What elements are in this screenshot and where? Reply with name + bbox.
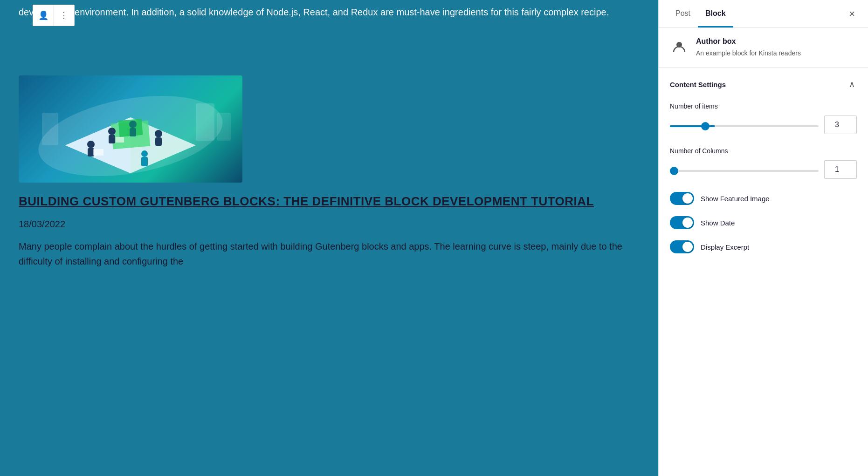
show-featured-image-toggle[interactable] <box>670 192 694 205</box>
svg-rect-10 <box>130 128 136 136</box>
section-header: Content Settings ∧ <box>670 77 857 91</box>
items-slider-container <box>670 121 819 129</box>
svg-rect-17 <box>196 103 214 141</box>
block-icon <box>670 37 689 56</box>
block-toolbar: 👤 ⋮ <box>33 5 75 26</box>
section-title: Content Settings <box>670 81 726 88</box>
columns-number-input[interactable]: 1 <box>824 160 857 179</box>
more-icon: ⋮ <box>60 10 68 20</box>
svg-point-9 <box>129 121 137 128</box>
close-button[interactable]: × <box>845 6 859 22</box>
svg-rect-18 <box>217 113 231 141</box>
show-featured-image-label: Show Featured Image <box>701 195 770 203</box>
toggle-knob-excerpt <box>682 242 693 252</box>
svg-rect-6 <box>88 148 94 156</box>
collapse-button[interactable]: ∧ <box>847 77 857 91</box>
svg-point-5 <box>87 141 95 148</box>
chevron-up-icon: ∧ <box>849 80 855 89</box>
featured-image <box>19 75 242 183</box>
svg-rect-19 <box>42 113 58 145</box>
block-name: Author box <box>696 37 801 46</box>
post-excerpt: Many people complain about the hurdles o… <box>19 239 640 269</box>
toolbar-more-button[interactable]: ⋮ <box>54 5 74 26</box>
show-featured-image-row: Show Featured Image <box>670 192 857 205</box>
tab-post[interactable]: Post <box>668 1 698 27</box>
block-info-section: Author box An example block for Kinsta r… <box>659 28 868 68</box>
show-date-row: Show Date <box>670 216 857 229</box>
columns-slider-row: 1 <box>670 160 857 179</box>
display-excerpt-toggle[interactable] <box>670 240 694 253</box>
display-excerpt-row: Display Excerpt <box>670 240 857 253</box>
number-of-items-label: Number of items <box>670 102 857 110</box>
svg-point-13 <box>141 150 148 157</box>
svg-point-11 <box>155 130 162 137</box>
columns-slider[interactable] <box>670 170 819 172</box>
content-area: 👤 ⋮ development environment. In addition… <box>0 0 658 476</box>
svg-rect-16 <box>116 137 124 143</box>
block-info-text: Author box An example block for Kinsta r… <box>696 37 801 58</box>
tab-block[interactable]: Block <box>698 1 733 27</box>
post-date: 18/03/2022 <box>19 219 640 230</box>
toggle-knob-date <box>682 218 693 228</box>
svg-rect-15 <box>93 149 103 156</box>
content-inner: development environment. In addition, a … <box>0 0 658 278</box>
svg-rect-12 <box>155 137 162 146</box>
intro-text: development environment. In addition, a … <box>19 5 640 20</box>
content-settings-section: Content Settings ∧ Number of items 3 Num… <box>659 68 868 274</box>
columns-slider-container <box>670 165 819 174</box>
sidebar-tabs: Post Block × <box>659 0 868 28</box>
svg-rect-8 <box>109 135 115 143</box>
block-description: An example block for Kinsta readers <box>696 48 801 58</box>
number-of-columns-label: Number of Columns <box>670 147 857 155</box>
user-icon: 👤 <box>38 10 48 20</box>
display-excerpt-label: Display Excerpt <box>701 243 749 251</box>
items-slider-row: 3 <box>670 116 857 134</box>
show-date-toggle[interactable] <box>670 216 694 229</box>
show-date-label: Show Date <box>701 219 735 227</box>
number-of-items-setting: Number of items 3 <box>670 102 857 134</box>
toggle-knob-featured <box>682 193 693 204</box>
toolbar-user-button[interactable]: 👤 <box>33 5 54 26</box>
items-slider[interactable] <box>670 125 819 127</box>
svg-rect-14 <box>141 157 148 166</box>
post-title: BUILDING CUSTOM GUTENBERG BLOCKS: THE DE… <box>19 194 640 210</box>
number-of-columns-setting: Number of Columns 1 <box>670 147 857 179</box>
svg-point-7 <box>108 128 116 135</box>
items-number-input[interactable]: 3 <box>824 116 857 134</box>
sidebar: Post Block × Author box An example block… <box>658 0 868 476</box>
